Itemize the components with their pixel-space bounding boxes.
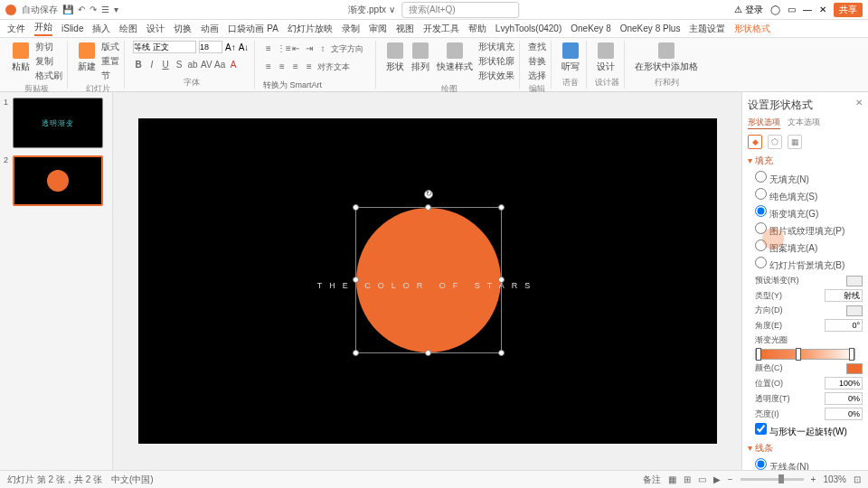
section-button[interactable]: 节: [101, 70, 119, 82]
align-right-icon[interactable]: ≡: [290, 61, 301, 73]
zoom-slider[interactable]: [741, 478, 804, 481]
tab-shape-options[interactable]: 形状选项: [748, 117, 780, 129]
tab-幻灯片放映[interactable]: 幻灯片放映: [288, 23, 333, 35]
reset-button[interactable]: 重置: [101, 55, 119, 68]
fill-solid-radio[interactable]: 纯色填充(S): [755, 188, 863, 203]
tab-录制[interactable]: 录制: [342, 23, 360, 35]
slide-canvas[interactable]: THE COLOR OF STARS: [113, 92, 741, 470]
fill-slidebg-radio[interactable]: 幻灯片背景填充(B): [755, 257, 863, 272]
resize-handle[interactable]: [425, 350, 431, 356]
document-name[interactable]: 渐变.pptx ∨: [348, 4, 394, 16]
align-text-button[interactable]: 对齐文本: [317, 61, 350, 73]
tab-文件[interactable]: 文件: [7, 23, 25, 35]
slide-thumbnail-1[interactable]: 透明渐变: [13, 98, 103, 148]
fill-line-tab-icon[interactable]: ◆: [748, 135, 762, 149]
type-select[interactable]: [825, 289, 863, 302]
align-left-icon[interactable]: ≡: [263, 61, 274, 73]
tab-帮助[interactable]: 帮助: [468, 23, 486, 35]
spacing-icon[interactable]: AV: [201, 60, 212, 70]
tab-动画[interactable]: 动画: [201, 23, 219, 35]
tab-设计[interactable]: 设计: [146, 23, 165, 35]
notes-button[interactable]: 备注: [643, 474, 661, 486]
shadow-icon[interactable]: ab: [187, 60, 198, 70]
tab-绘图[interactable]: 绘图: [119, 23, 137, 35]
gradient-stops-bar[interactable]: [755, 349, 855, 360]
font-color-icon[interactable]: A: [228, 60, 239, 70]
tab-切换[interactable]: 切换: [174, 23, 192, 35]
decrease-font-icon[interactable]: A↓: [239, 42, 250, 52]
tab-开始[interactable]: 开始: [34, 21, 52, 36]
justify-icon[interactable]: ≡: [304, 61, 315, 73]
gradient-stop[interactable]: [796, 348, 801, 361]
shapes-button[interactable]: 形状: [384, 41, 406, 75]
tab-审阅[interactable]: 审阅: [369, 23, 387, 35]
zoom-level[interactable]: 103%: [823, 474, 846, 484]
direction-dropdown[interactable]: [846, 305, 863, 316]
dictate-button[interactable]: 听写: [560, 41, 581, 75]
paste-button[interactable]: 粘贴: [10, 41, 32, 75]
underline-icon[interactable]: U: [160, 60, 171, 70]
new-slide-button[interactable]: 新建: [76, 41, 98, 75]
rotate-with-shape-checkbox[interactable]: 与形状一起旋转(W): [755, 423, 847, 438]
line-section-header[interactable]: 线条: [748, 442, 863, 455]
zoom-out-icon[interactable]: −: [728, 474, 733, 484]
effects-tab-icon[interactable]: ⬠: [768, 135, 782, 149]
resize-handle[interactable]: [498, 204, 505, 211]
tab-口袋动画 PA[interactable]: 口袋动画 PA: [228, 23, 278, 35]
tab-开发工具[interactable]: 开发工具: [423, 23, 459, 35]
resize-handle[interactable]: [425, 204, 431, 211]
replace-button[interactable]: 替换: [528, 55, 546, 68]
rotate-handle-icon[interactable]: [424, 190, 433, 199]
rowcol-button[interactable]: 在形状中添加格: [633, 41, 700, 75]
bold-icon[interactable]: B: [133, 60, 144, 70]
minimize-icon[interactable]: —: [803, 5, 812, 14]
color-picker[interactable]: [846, 363, 863, 374]
font-name-input[interactable]: [133, 41, 196, 53]
selected-shape[interactable]: [355, 207, 502, 353]
pane-close-icon[interactable]: ✕: [855, 98, 863, 108]
shape-fill-button[interactable]: 形状填充: [478, 41, 514, 53]
fill-gradient-radio[interactable]: 渐变填充(G): [755, 205, 863, 221]
cut-button[interactable]: 剪切: [35, 41, 62, 53]
arrange-button[interactable]: 排列: [410, 41, 431, 75]
qat-more-icon[interactable]: ▾: [114, 5, 118, 14]
resize-handle[interactable]: [353, 204, 359, 211]
view-reading-icon[interactable]: ▭: [698, 474, 706, 484]
tab-插入[interactable]: 插入: [92, 23, 110, 35]
resize-handle[interactable]: [498, 350, 505, 356]
current-slide[interactable]: THE COLOR OF STARS: [138, 118, 717, 444]
bullets-icon[interactable]: ≡: [263, 43, 274, 55]
numbering-icon[interactable]: ⋮≡: [277, 43, 288, 55]
share-button[interactable]: 共享: [834, 3, 863, 17]
strike-icon[interactable]: S: [174, 60, 184, 70]
qat-redo-icon[interactable]: ↷: [90, 5, 97, 14]
thumbnail-panel[interactable]: 1 透明渐变 2: [0, 92, 113, 470]
layout-button[interactable]: 版式: [101, 41, 119, 53]
line-none-radio[interactable]: 无线条(N): [755, 458, 863, 470]
angle-input[interactable]: [825, 319, 863, 332]
gradient-stop[interactable]: [756, 348, 761, 361]
avatar-icon[interactable]: ◯: [770, 5, 780, 14]
size-tab-icon[interactable]: ▦: [788, 135, 802, 149]
tab-iSlide[interactable]: iSlide: [61, 23, 83, 33]
fill-none-radio[interactable]: 无填充(N): [755, 171, 863, 186]
italic-icon[interactable]: I: [146, 60, 157, 70]
circle-shape[interactable]: [356, 208, 501, 352]
user-badge[interactable]: ⚠ 登录: [734, 4, 763, 16]
qat-touch-icon[interactable]: ☰: [101, 5, 109, 14]
select-button[interactable]: 选择: [528, 70, 546, 82]
ribbon-mode-icon[interactable]: ▭: [788, 5, 796, 14]
find-button[interactable]: 查找: [528, 41, 546, 53]
search-input[interactable]: 搜索(Alt+Q): [402, 2, 520, 18]
view-sorter-icon[interactable]: ⊞: [684, 474, 691, 484]
tab-OneKey 8 Plus[interactable]: OneKey 8 Plus: [620, 23, 681, 33]
font-size-input[interactable]: [199, 41, 222, 53]
tab-OneKey 8[interactable]: OneKey 8: [571, 23, 610, 33]
copy-button[interactable]: 复制: [35, 55, 62, 68]
resize-handle[interactable]: [353, 350, 359, 356]
shape-outline-button[interactable]: 形状轮廓: [478, 55, 514, 68]
indent-dec-icon[interactable]: ⇤: [290, 43, 301, 55]
transparency-input[interactable]: [825, 392, 863, 405]
view-normal-icon[interactable]: ▦: [668, 474, 676, 484]
quick-styles-button[interactable]: 快速样式: [435, 41, 475, 75]
